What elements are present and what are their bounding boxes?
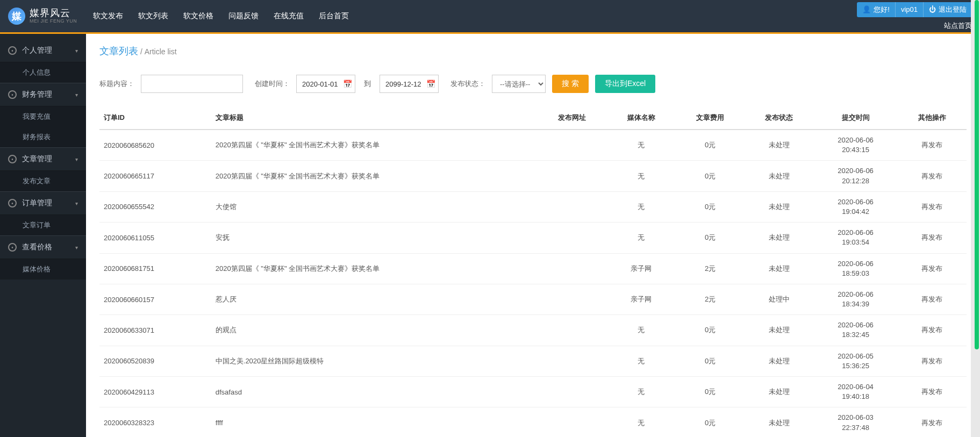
search-button[interactable]: 搜 索 [552,75,589,93]
table-row: 20200606817512020第四届《 "华夏杯" 全国书画艺术大赛》获奖名… [99,253,967,284]
circle-icon: • [8,90,17,99]
page-title-cn: 文章列表 [99,46,138,56]
sidebar-group-3[interactable]: •订单管理▾ [0,191,86,215]
sidebar-item-4-0[interactable]: 媒体价格 [0,259,86,280]
cell-5: 未处理 [745,315,813,346]
cell-7[interactable]: 再发布 [898,130,967,161]
top-nav-item-1[interactable]: 软文列表 [138,11,168,21]
sidebar-item-0-0[interactable]: 个人信息 [0,62,86,83]
cell-0: 2020060611055 [99,223,211,253]
cell-4: 2元 [676,253,745,284]
status-filter-label: 发布状态： [450,79,485,89]
scrollbar-thumb[interactable] [975,0,979,349]
cell-7[interactable]: 再发布 [898,377,967,407]
cell-5: 未处理 [745,253,813,284]
chevron-down-icon: ▾ [75,200,78,206]
sidebar-item-1-1[interactable]: 财务报表 [0,127,86,147]
createtime-label: 创建时间： [255,79,290,89]
cell-7[interactable]: 再发布 [898,284,967,314]
date-from-input[interactable] [296,75,355,93]
title-filter-input[interactable] [141,75,243,93]
site-home-link[interactable]: 站点首页 [944,21,972,31]
table-row: 2020060660157惹人厌亲子网2元处理中2020-06-0618:34:… [99,284,967,314]
cell-7[interactable]: 再发布 [898,315,967,346]
date-to-input[interactable] [380,75,439,93]
table-header-row: 订单ID文章标题发布网址媒体名称文章费用发布状态提交时间其他操作 [99,106,967,130]
username-badge[interactable]: vip01 [895,2,923,17]
cell-2 [538,223,606,253]
cell-0: 2020060429113 [99,377,211,407]
sidebar-group-label: 个人管理 [22,46,52,55]
cell-4: 0元 [676,161,745,191]
page-title-en: Article list [145,47,177,56]
main-content: 文章列表 / Article list 标题内容： 创建时间： 📅 到 📅 发布… [86,34,980,437]
article-table: 订单ID文章标题发布网址媒体名称文章费用发布状态提交时间其他操作 2020060… [99,106,967,437]
cell-7[interactable]: 再发布 [898,346,967,376]
logo[interactable]: 媒 媒界风云 MEI JIE FENG YUN [8,8,77,25]
col-header-6: 提交时间 [814,106,898,130]
cell-6: 2020-06-0322:37:48 [814,407,898,437]
top-nav-item-4[interactable]: 在线充值 [274,11,304,21]
sidebar-item-1-0[interactable]: 我要充值 [0,106,86,127]
sidebar-group-2[interactable]: •文章管理▾ [0,147,86,171]
top-nav-item-0[interactable]: 软文发布 [93,11,123,21]
sidebar-group-1[interactable]: •财务管理▾ [0,83,86,106]
cell-1: ffff [211,407,538,437]
top-nav-item-3[interactable]: 问题反馈 [228,11,259,21]
cell-3: 无 [606,377,675,407]
col-header-1: 文章标题 [211,106,538,130]
sidebar: •个人管理▾个人信息•财务管理▾我要充值财务报表•文章管理▾发布文章•订单管理▾… [0,34,86,437]
cell-7[interactable]: 再发布 [898,223,967,253]
cell-6: 2020-06-0619:04:42 [814,191,898,222]
cell-4: 0元 [676,346,745,376]
top-nav-item-5[interactable]: 后台首页 [319,11,349,21]
cell-3: 亲子网 [606,253,675,284]
circle-icon: • [8,155,17,163]
cell-5: 处理中 [745,284,813,314]
logout-badge[interactable]: ⏻ 退出登陆 [923,2,972,17]
sidebar-item-2-0[interactable]: 发布文章 [0,171,86,191]
cell-1: dfsafasd [211,377,538,407]
cell-0: 2020060633071 [99,315,211,346]
scrollbar-track[interactable] [971,0,980,437]
greeting-text: 您好! [874,5,890,15]
sidebar-item-3-0[interactable]: 文章订单 [0,215,86,235]
cell-3: 无 [606,161,675,191]
cell-5: 未处理 [745,130,813,161]
top-nav-item-2[interactable]: 软文价格 [183,11,213,21]
circle-icon: • [8,199,17,207]
sidebar-group-label: 文章管理 [22,154,52,164]
cell-4: 2元 [676,284,745,314]
sidebar-group-0[interactable]: •个人管理▾ [0,39,86,62]
cell-7[interactable]: 再发布 [898,407,967,437]
col-header-3: 媒体名称 [606,106,675,130]
cell-4: 0元 [676,315,745,346]
logout-text: 退出登陆 [939,5,967,15]
cell-7[interactable]: 再发布 [898,161,967,191]
cell-5: 未处理 [745,161,813,191]
cell-3: 无 [606,346,675,376]
cell-2 [538,407,606,437]
title-filter-label: 标题内容： [99,79,134,89]
page-title-sep: / [138,47,145,56]
cell-2 [538,315,606,346]
cell-2 [538,346,606,376]
cell-4: 0元 [676,130,745,161]
cell-4: 0元 [676,191,745,222]
cell-7[interactable]: 再发布 [898,253,967,284]
cell-3: 无 [606,223,675,253]
sidebar-group-label: 财务管理 [22,90,52,99]
table-body: 20200606856202020第四届《 "华夏杯" 全国书画艺术大赛》获奖名… [99,130,967,437]
export-button[interactable]: 导出到Excel [595,75,655,93]
cell-2 [538,161,606,191]
cell-6: 2020-06-0618:32:45 [814,315,898,346]
logo-text: 媒界风云 MEI JIE FENG YUN [30,8,77,24]
cell-6: 2020-06-0619:03:54 [814,223,898,253]
col-header-2: 发布网址 [538,106,606,130]
status-select[interactable]: --请选择-- [492,75,546,93]
cell-5: 未处理 [745,191,813,222]
sidebar-group-4[interactable]: •查看价格▾ [0,235,86,259]
cell-0: 2020060655542 [99,191,211,222]
cell-0: 2020060685620 [99,130,211,161]
cell-7[interactable]: 再发布 [898,191,967,222]
